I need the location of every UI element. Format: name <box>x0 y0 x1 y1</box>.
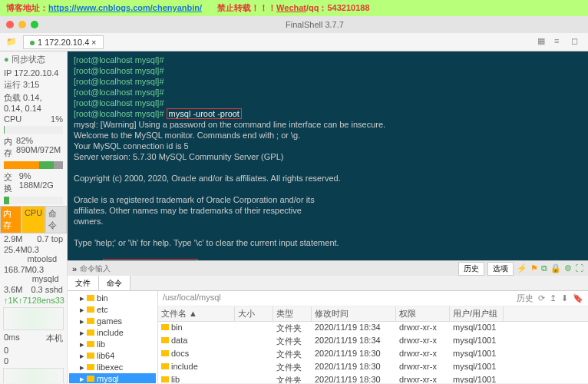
window-titlebar: FinalShell 3.7.7 <box>0 16 588 33</box>
expand-icon[interactable]: ⛶ <box>575 263 583 273</box>
window-title: FinalShell 3.7.7 <box>48 20 582 29</box>
session-tab[interactable]: 1 172.20.10.4 × <box>23 35 104 49</box>
up-icon[interactable]: ↥ <box>550 293 557 303</box>
file-row[interactable]: include文件夹2020/11/19 18:30drwxr-xr-xmysq… <box>158 361 588 374</box>
min-dot[interactable] <box>18 21 26 28</box>
refresh-icon[interactable]: ⟳ <box>538 293 545 303</box>
sidebar: ● 同步状态 IP 172.20.10.4 运行 3:15 负载 0.14, 0… <box>0 51 68 383</box>
bookmark-icon[interactable]: 🔖 <box>573 293 583 303</box>
sparkline <box>3 307 64 330</box>
tab-commands[interactable]: 命令 <box>99 276 130 290</box>
tree-node[interactable]: ▸ mysql <box>69 373 156 383</box>
tree-node[interactable]: ▸ etc <box>69 304 156 316</box>
folder-icon[interactable]: 📁 <box>5 35 18 49</box>
file-row[interactable]: data文件夹2020/11/19 18:34drwxr-xr-xmysql/1… <box>158 335 588 348</box>
path-display: /usr/local/mysql <box>163 293 221 304</box>
options-button[interactable]: 选项 <box>487 262 514 276</box>
tree-node[interactable]: ▸ libexec <box>69 362 156 373</box>
file-header: 文件名 ▲大小类型修改时间权限用户/用户组 <box>158 306 588 322</box>
file-row[interactable]: bin文件夹2020/11/19 18:34drwxr-xr-xmysql/10… <box>158 322 588 335</box>
bottom-tabs: 文件 命令 <box>68 276 588 291</box>
close-icon[interactable]: × <box>91 38 96 47</box>
tree-node[interactable]: ▸ include <box>69 327 156 339</box>
tree-node[interactable]: ▸ games <box>69 316 156 327</box>
tree-node[interactable]: ▸ lib <box>69 339 156 350</box>
max-dot[interactable] <box>31 21 38 28</box>
bolt-icon[interactable]: ⚡ <box>517 263 527 273</box>
list-icon[interactable]: ≡ <box>554 36 567 48</box>
proc-row: 168.7M0.3 mysqld <box>0 264 67 284</box>
gear-icon[interactable]: ⚙ <box>564 263 572 273</box>
proc-row: 2.9M0.7 top <box>0 233 67 244</box>
highlighted-cmd1: mysql -uroot -proot <box>167 108 242 119</box>
proc-row: 3.6M0.3 sshd <box>0 284 67 295</box>
tree-node[interactable]: ▸ lib64 <box>69 350 156 362</box>
tab-files[interactable]: 文件 <box>68 276 99 290</box>
highlighted-cmd2: drop user 'ybchen'@'%'; <box>103 259 197 260</box>
close-dot[interactable] <box>6 21 14 28</box>
history-link[interactable]: 历史 <box>517 293 533 304</box>
flag-icon[interactable]: ⚑ <box>530 263 538 273</box>
window-icon[interactable]: ◻ <box>571 36 583 48</box>
grid-icon[interactable]: ▦ <box>537 36 550 48</box>
blog-banner: 博客地址：https://www.cnblogs.com/chenyanbin/… <box>0 0 588 16</box>
toolbar: 📁 1 172.20.10.4 × ▦ ≡ ◻ <box>0 33 588 51</box>
terminal[interactable]: [root@localhost mysql]# [root@localhost … <box>68 51 588 260</box>
prompt-icon: » <box>72 264 77 273</box>
terminal-input-bar: » 历史 选项 ⚡ ⚑ ⧉ 🔒 ⚙ ⛶ <box>68 260 588 276</box>
folder-tree[interactable]: ▸ bin▸ etc▸ games▸ include▸ lib▸ lib64▸ … <box>68 291 158 383</box>
command-input[interactable] <box>80 264 455 273</box>
file-row[interactable]: docs文件夹2020/11/19 18:30drwxr-xr-xmysql/1… <box>158 348 588 361</box>
copy-icon[interactable]: ⧉ <box>541 263 547 273</box>
blog-link[interactable]: https://www.cnblogs.com/chenyanbin/ <box>48 3 202 12</box>
lock-icon[interactable]: 🔒 <box>550 263 561 273</box>
file-manager: ▸ bin▸ etc▸ games▸ include▸ lib▸ lib64▸ … <box>68 291 588 383</box>
download-icon[interactable]: ⬇ <box>561 293 568 303</box>
history-button[interactable]: 历史 <box>458 262 484 276</box>
file-row[interactable]: lib文件夹2020/11/19 18:30drwxr-xr-xmysql/10… <box>158 374 588 383</box>
sparkline2 <box>3 368 64 383</box>
tree-node[interactable]: ▸ bin <box>69 293 156 304</box>
proc-row: 25.4M0.3 mtoolsd <box>0 244 67 264</box>
